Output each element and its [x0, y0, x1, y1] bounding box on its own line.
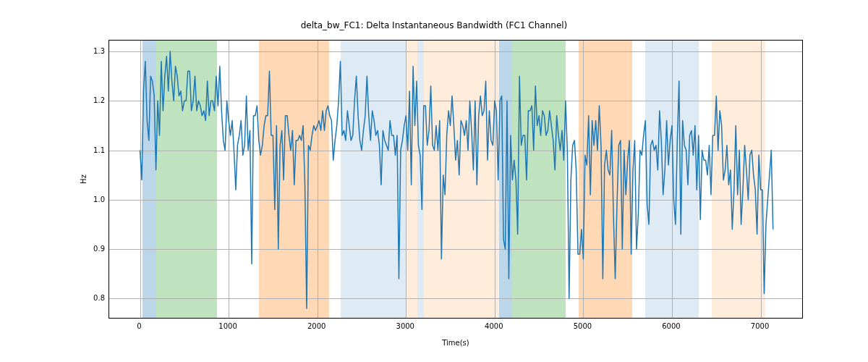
x-tick-label: 1000: [218, 322, 237, 330]
x-axis-label: Time(s): [109, 339, 803, 347]
x-tick-label: 3000: [396, 322, 414, 330]
plot-area: [109, 40, 803, 319]
chart-figure: delta_bw_FC1: Delta Instantaneous Bandwi…: [0, 0, 868, 362]
x-tick-label: 0: [137, 322, 141, 330]
x-tick-label: 6000: [662, 322, 680, 330]
x-tick-label: 7000: [751, 322, 769, 330]
y-axis-label: Hz: [78, 40, 88, 319]
x-tick-label: 5000: [574, 322, 592, 330]
chart-title: delta_bw_FC1: Delta Instantaneous Bandwi…: [0, 20, 868, 30]
x-tick-label: 2000: [307, 322, 326, 330]
x-tick-label: 4000: [485, 322, 503, 330]
data-line: [109, 41, 803, 319]
